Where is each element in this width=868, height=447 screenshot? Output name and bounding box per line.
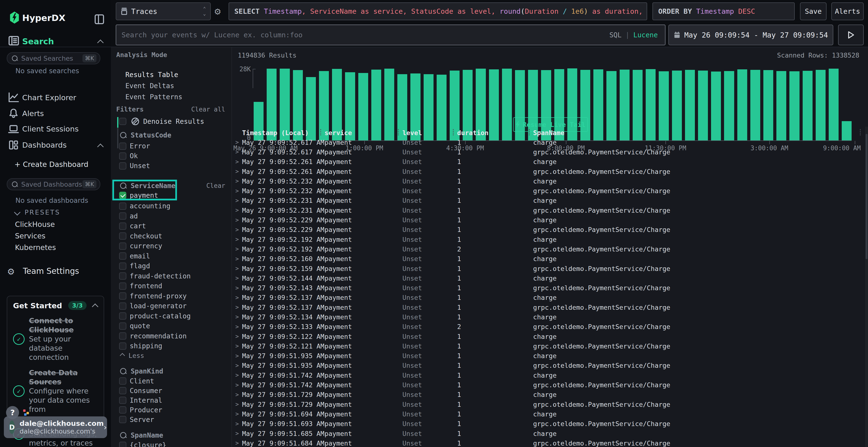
filter-item-Consumer[interactable]: Consumer (119, 386, 231, 396)
table-row[interactable]: >May 27 9:09:52.229 AMpaymentUnset1grpc.… (232, 225, 865, 235)
filter-item-recommendation[interactable]: recommendation (119, 331, 231, 341)
filter-item-{closure}[interactable]: {closure} (119, 440, 231, 447)
expand-row-icon[interactable]: > (235, 159, 242, 165)
filter-group-header-servicename[interactable]: ServiceName (120, 181, 175, 190)
sidebar-item-preset-kubernetes[interactable]: Kubernetes (15, 243, 56, 252)
gear-icon[interactable]: ⚙ (215, 5, 221, 17)
checkbox[interactable] (119, 303, 126, 310)
expand-row-icon[interactable]: > (235, 304, 242, 311)
expand-row-icon[interactable]: > (235, 148, 242, 156)
col-duration[interactable]: duration (457, 129, 533, 137)
checkbox[interactable] (119, 222, 126, 230)
filter-item-Client[interactable]: Client (119, 376, 231, 386)
column-resize-handle[interactable] (398, 129, 399, 135)
checkbox[interactable] (119, 203, 126, 210)
expand-row-icon[interactable]: > (235, 401, 242, 408)
clear-all-link[interactable]: Clear all (191, 106, 225, 113)
filter-item-shipping[interactable]: shipping (119, 341, 231, 351)
filter-item-email[interactable]: email (119, 251, 231, 261)
scrollbar-thumb[interactable] (866, 134, 868, 259)
checkbox[interactable] (119, 162, 126, 170)
expand-row-icon[interactable]: > (235, 362, 242, 369)
checkbox[interactable] (119, 406, 126, 414)
chevron-up-icon[interactable] (97, 143, 104, 150)
table-row[interactable]: >May 27 9:09:52.232 AMpaymentUnset1grpc.… (232, 186, 865, 196)
save-button[interactable]: Save (800, 2, 827, 20)
sql-select-editor[interactable]: SELECT Timestamp, ServiceName as service… (228, 2, 647, 20)
expand-row-icon[interactable]: > (235, 411, 242, 417)
expand-row-icon[interactable]: > (235, 217, 242, 224)
collapse-sidebar-icon[interactable] (94, 14, 104, 25)
table-row[interactable]: >May 27 9:09:51.693 AMpaymentUnset1grpc.… (232, 419, 865, 429)
table-row[interactable]: >May 27 9:09:52.159 AMpaymentUnset1grpc.… (232, 264, 865, 273)
checkbox[interactable] (119, 312, 126, 319)
chevron-up-icon[interactable] (97, 39, 104, 46)
filter-item-ad[interactable]: ad (119, 211, 231, 221)
checkbox[interactable] (119, 143, 126, 150)
table-row[interactable]: >May 27 9:09:52.261 AMpaymentUnset1grpc.… (232, 167, 865, 176)
chevron-up-icon[interactable] (92, 304, 98, 310)
table-row[interactable]: >May 27 9:09:52.231 AMpaymentUnset1grpc.… (232, 205, 865, 215)
table-row[interactable]: >May 27 9:09:51.742 AMpaymentUnset1grpc.… (232, 380, 865, 390)
checkbox[interactable] (119, 152, 126, 160)
checkbox[interactable] (119, 293, 126, 300)
sidebar-item-preset-clickhouse[interactable]: ClickHouse (15, 220, 55, 229)
filter-item-currency[interactable]: currency (119, 241, 231, 251)
checkbox[interactable] (119, 342, 126, 350)
table-row[interactable]: >May 27 9:09:51.729 AMpaymentUnset1grpc.… (232, 400, 865, 409)
expand-row-icon[interactable]: > (235, 391, 242, 398)
sidebar-item-dashboards[interactable]: Dashboards (22, 141, 66, 149)
expand-row-icon[interactable]: > (235, 440, 242, 447)
filter-item-cart[interactable]: cart (119, 221, 231, 231)
sidebar-item-chart-explorer[interactable]: Chart Explorer (22, 93, 76, 102)
mode-results-table[interactable]: Results Table (125, 71, 178, 79)
expand-row-icon[interactable]: > (235, 197, 242, 204)
filter-item-fraud-detection[interactable]: fraud-detection (119, 271, 231, 281)
expand-row-icon[interactable]: > (235, 139, 242, 146)
sql-orderby-editor[interactable]: ORDER BY Timestamp DESC (652, 2, 795, 20)
checkbox[interactable] (119, 232, 126, 240)
table-row[interactable]: >May 27 9:09:52.229 AMpaymentUnset1charg… (232, 215, 865, 225)
filter-group-header-spanname[interactable]: SpanName (120, 431, 163, 440)
expand-row-icon[interactable]: > (235, 265, 242, 272)
table-row[interactable]: >May 27 9:09:52.137 AMpaymentUnset1charg… (232, 293, 865, 303)
expand-row-icon[interactable]: > (235, 246, 242, 252)
filter-item-Internal[interactable]: Internal (119, 396, 231, 405)
expand-row-icon[interactable]: > (235, 333, 242, 340)
checkbox[interactable] (119, 377, 126, 385)
filter-item-product-catalog[interactable]: product-catalog (119, 311, 231, 321)
denoise-checkbox[interactable] (119, 118, 126, 125)
table-row[interactable]: >May 27 9:09:51.935 AMpaymentUnset1grpc.… (232, 361, 865, 370)
table-row[interactable]: >May 27 9:09:52.231 AMpaymentUnset1charg… (232, 196, 865, 205)
checked-checkbox[interactable] (119, 192, 126, 199)
checkbox[interactable] (119, 442, 126, 447)
column-resize-handle[interactable] (529, 129, 530, 135)
chevron-down-icon[interactable] (14, 209, 21, 215)
filter-item-frontend-proxy[interactable]: frontend-proxy (119, 291, 231, 301)
filter-item-frontend[interactable]: frontend (119, 281, 231, 291)
checkbox[interactable] (119, 243, 126, 250)
sidebar-item-team-settings[interactable]: Team Settings (23, 266, 79, 276)
get-started-item[interactable]: ✓ Connect to ClickHouse Set up your data… (13, 316, 98, 362)
table-row[interactable]: >May 27 9:09:52.617 AMpaymentUnset1charg… (232, 138, 865, 147)
table-row[interactable]: >May 27 9:09:51.935 AMpaymentUnset1charg… (232, 351, 865, 361)
checkbox[interactable] (119, 252, 126, 260)
sidebar-item-preset-services[interactable]: Services (15, 232, 45, 240)
expand-row-icon[interactable]: > (235, 323, 242, 330)
presets-label[interactable]: PRESETS (25, 209, 60, 216)
checkbox[interactable] (119, 272, 126, 280)
col-service[interactable]: service (324, 129, 402, 137)
column-resize-handle[interactable] (860, 129, 861, 135)
table-row[interactable]: >May 27 9:09:51.694 AMpaymentUnset1charg… (232, 409, 865, 419)
expand-row-icon[interactable]: > (235, 430, 242, 437)
expand-row-icon[interactable]: > (235, 372, 242, 379)
expand-row-icon[interactable]: > (235, 236, 242, 243)
checkbox[interactable] (119, 416, 126, 423)
checkbox[interactable] (119, 322, 126, 330)
clear-service-link[interactable]: Clear (207, 182, 225, 189)
expand-row-icon[interactable]: > (235, 275, 242, 281)
expand-row-icon[interactable]: > (235, 382, 242, 388)
sidebar-item-search[interactable]: Search (22, 37, 54, 46)
table-row[interactable]: >May 27 9:09:51.742 AMpaymentUnset1charg… (232, 370, 865, 380)
filter-group-header-spankind[interactable]: SpanKind (120, 367, 163, 376)
